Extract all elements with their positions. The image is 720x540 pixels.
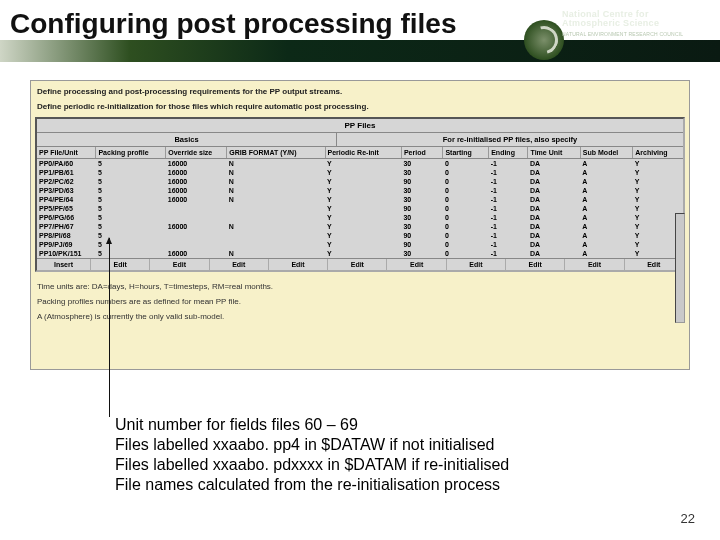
- table-cell: 0: [443, 231, 489, 240]
- intro-line: Define processing and post-processing re…: [37, 87, 683, 96]
- caption-block: Unit number for fields files 60 – 69 Fil…: [115, 415, 655, 495]
- table-row[interactable]: PP8/PI/685Y900-1DAAY: [37, 231, 683, 240]
- table-cell: Y: [325, 249, 401, 258]
- table-row[interactable]: PP10/PK/151516000NY300-1DAAY: [37, 249, 683, 258]
- table-cell: 30: [401, 195, 442, 204]
- table-row[interactable]: PP4/PE/64516000NY300-1DAAY: [37, 195, 683, 204]
- table-cell: Y: [325, 168, 401, 177]
- table-cell: Y: [633, 177, 683, 186]
- note-line: A (Atmosphere) is currently the only val…: [37, 312, 683, 321]
- table-cell: 5: [96, 195, 166, 204]
- table-cell: Y: [633, 168, 683, 177]
- caption-line: Files labelled xxaabo. pdxxxx in $DATAM …: [115, 455, 655, 475]
- table-cell: 5: [96, 249, 166, 258]
- table-cell: -1: [489, 240, 528, 249]
- edit-button[interactable]: Edit: [210, 259, 269, 270]
- edit-button[interactable]: Edit: [447, 259, 506, 270]
- table-row[interactable]: PP7/PH/67516000NY300-1DAAY: [37, 222, 683, 231]
- table-cell: PP5/PF/65: [37, 204, 96, 213]
- table-cell: 0: [443, 186, 489, 195]
- table-cell: DA: [528, 159, 580, 169]
- table-cell: 0: [443, 204, 489, 213]
- table-cell: -1: [489, 195, 528, 204]
- table-cell: 30: [401, 249, 442, 258]
- table-cell: 5: [96, 186, 166, 195]
- table-cell: A: [580, 240, 632, 249]
- edit-button[interactable]: Edit: [91, 259, 150, 270]
- scrollbar[interactable]: [675, 213, 685, 323]
- pp-files-box: PP Files Basics For re-initialised PP fi…: [35, 117, 685, 272]
- table-cell: PP3/PD/63: [37, 186, 96, 195]
- table-row[interactable]: PP2/PC/62516000NY900-1DAAY: [37, 177, 683, 186]
- table-header-row: PP File/UnitPacking profileOverride size…: [37, 147, 683, 159]
- column-header: Time Unit: [528, 147, 580, 159]
- table-cell: 5: [96, 213, 166, 222]
- table-cell: Y: [325, 186, 401, 195]
- pp-files-title: PP Files: [37, 119, 683, 133]
- caption-line: Unit number for fields files 60 – 69: [115, 415, 655, 435]
- table-cell: -1: [489, 168, 528, 177]
- table-cell: 0: [443, 159, 489, 169]
- column-header: Packing profile: [96, 147, 166, 159]
- table-cell: N: [227, 168, 325, 177]
- edit-button[interactable]: Edit: [269, 259, 328, 270]
- table-row[interactable]: PP1/PB/61516000NY300-1DAAY: [37, 168, 683, 177]
- table-row[interactable]: PP6/PG/665Y300-1DAAY: [37, 213, 683, 222]
- edit-button[interactable]: Edit: [150, 259, 209, 270]
- table-cell: [166, 204, 227, 213]
- table-cell: 5: [96, 204, 166, 213]
- table-cell: DA: [528, 213, 580, 222]
- table-cell: N: [227, 195, 325, 204]
- table-cell: Y: [325, 231, 401, 240]
- table-cell: 30: [401, 159, 442, 169]
- table-row[interactable]: PP0/PA/60516000NY300-1DAAY: [37, 159, 683, 169]
- table-cell: A: [580, 186, 632, 195]
- table-cell: DA: [528, 186, 580, 195]
- panel-notes: Time units are: DA=days, H=hours, T=time…: [31, 272, 689, 333]
- table-cell: 30: [401, 213, 442, 222]
- table-cell: 0: [443, 249, 489, 258]
- edit-button[interactable]: Edit: [565, 259, 624, 270]
- pp-files-table: PP File/UnitPacking profileOverride size…: [37, 147, 683, 258]
- table-cell: 0: [443, 168, 489, 177]
- table-cell: PP6/PG/66: [37, 213, 96, 222]
- column-header: Period: [401, 147, 442, 159]
- table-cell: -1: [489, 222, 528, 231]
- table-cell: A: [580, 168, 632, 177]
- table-cell: PP4/PE/64: [37, 195, 96, 204]
- table-cell: 16000: [166, 159, 227, 169]
- table-cell: 5: [96, 168, 166, 177]
- table-row[interactable]: PP3/PD/63516000NY300-1DAAY: [37, 186, 683, 195]
- table-cell: DA: [528, 195, 580, 204]
- table-cell: -1: [489, 159, 528, 169]
- column-header: PP File/Unit: [37, 147, 96, 159]
- table-cell: 5: [96, 159, 166, 169]
- table-cell: 0: [443, 240, 489, 249]
- edit-button[interactable]: Edit: [506, 259, 565, 270]
- table-cell: A: [580, 204, 632, 213]
- ncas-logo: National Centre for Atmospheric Science …: [562, 10, 712, 37]
- table-row[interactable]: PP5/PF/655Y900-1DAAY: [37, 204, 683, 213]
- logo-line2: Atmospheric Science: [562, 19, 712, 28]
- table-cell: PP10/PK/151: [37, 249, 96, 258]
- edit-button[interactable]: Edit: [328, 259, 387, 270]
- table-cell: [227, 240, 325, 249]
- column-header: Override size: [166, 147, 227, 159]
- table-cell: DA: [528, 231, 580, 240]
- table-cell: A: [580, 159, 632, 169]
- table-cell: 90: [401, 177, 442, 186]
- insert-button[interactable]: Insert: [37, 259, 91, 270]
- section-header-row: Basics For re-initialised PP files, also…: [37, 133, 683, 147]
- column-header: Starting: [443, 147, 489, 159]
- table-cell: N: [227, 177, 325, 186]
- caption-line: File names calculated from the re-initia…: [115, 475, 655, 495]
- table-cell: 90: [401, 204, 442, 213]
- table-cell: 5: [96, 177, 166, 186]
- table-row[interactable]: PP9/PJ/695Y900-1DAAY: [37, 240, 683, 249]
- table-cell: Y: [633, 195, 683, 204]
- table-cell: Y: [633, 159, 683, 169]
- action-row: InsertEditEditEditEditEditEditEditEditEd…: [37, 258, 683, 270]
- edit-button[interactable]: Edit: [387, 259, 446, 270]
- note-line: Packing profiles numbers are as defined …: [37, 297, 683, 306]
- table-cell: -1: [489, 186, 528, 195]
